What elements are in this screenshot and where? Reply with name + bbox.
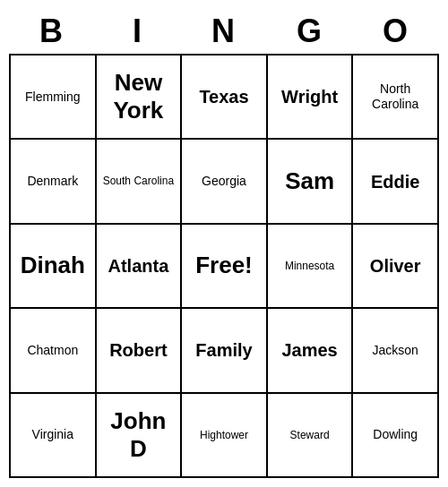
cell-text-r2-c2: Free! [195, 252, 253, 279]
cell-text-r4-c1: John D [100, 407, 177, 463]
cell-r3-c2: Family [182, 309, 268, 393]
cell-text-r3-c2: Family [195, 339, 252, 361]
cell-text-r0-c4: North Carolina [357, 81, 434, 112]
header-letter-n: N [181, 9, 267, 54]
cell-text-r0-c3: Wright [281, 86, 338, 107]
header-letter-i: I [95, 9, 181, 54]
cell-text-r3-c1: Robert [109, 339, 167, 361]
cell-text-r1-c0: Denmark [27, 174, 78, 189]
cell-text-r4-c2: Hightower [200, 429, 248, 441]
cell-r2-c2: Free! [182, 225, 268, 309]
cell-text-r4-c3: Steward [290, 429, 330, 441]
cell-r4-c4: Dowling [353, 394, 439, 478]
cell-r0-c2: Texas [182, 56, 268, 140]
cell-text-r0-c0: Flemming [25, 90, 80, 105]
cell-text-r2-c4: Oliver [370, 255, 421, 277]
cell-text-r3-c0: Chatmon [27, 343, 78, 358]
cell-r1-c2: Georgia [182, 140, 268, 224]
cell-text-r1-c2: Georgia [202, 174, 246, 189]
cell-text-r1-c4: Eddie [371, 171, 419, 192]
cell-r3-c3: James [268, 309, 354, 393]
cell-r1-c4: Eddie [353, 140, 439, 224]
cell-text-r1-c3: Sam [285, 167, 334, 195]
cell-r3-c4: Jackson [353, 309, 439, 393]
cell-r0-c1: New York [97, 56, 183, 140]
cell-text-r2-c1: Atlanta [108, 255, 168, 277]
cell-r3-c0: Chatmon [11, 309, 97, 393]
bingo-header: BINGO [9, 9, 439, 54]
cell-text-r1-c1: South Carolina [103, 175, 174, 187]
cell-r1-c1: South Carolina [97, 140, 183, 224]
cell-r2-c3: Minnesota [268, 225, 354, 309]
cell-text-r4-c0: Virginia [32, 427, 73, 442]
cell-text-r2-c3: Minnesota [285, 260, 334, 272]
cell-r2-c1: Atlanta [97, 225, 183, 309]
bingo-card: BINGO FlemmingNew YorkTexasWrightNorth C… [9, 9, 439, 478]
cell-text-r3-c3: James [281, 339, 337, 361]
cell-r4-c1: John D [97, 394, 183, 478]
cell-text-r4-c4: Dowling [373, 427, 418, 442]
cell-r4-c2: Hightower [182, 394, 268, 478]
cell-text-r0-c2: Texas [199, 86, 248, 107]
cell-r3-c1: Robert [97, 309, 183, 393]
cell-r0-c3: Wright [268, 56, 354, 140]
cell-r2-c0: Dinah [11, 225, 97, 309]
cell-r1-c3: Sam [268, 140, 354, 224]
header-letter-b: B [9, 9, 95, 54]
cell-r1-c0: Denmark [11, 140, 97, 224]
bingo-grid: FlemmingNew YorkTexasWrightNorth Carolin… [9, 54, 439, 478]
cell-text-r3-c4: Jackson [373, 343, 418, 358]
cell-r0-c0: Flemming [11, 56, 97, 140]
cell-text-r2-c0: Dinah [21, 252, 85, 279]
cell-r0-c4: North Carolina [353, 56, 439, 140]
header-letter-g: G [267, 9, 353, 54]
cell-r2-c4: Oliver [353, 225, 439, 309]
cell-r4-c3: Steward [268, 394, 354, 478]
cell-text-r0-c1: New York [100, 69, 177, 124]
header-letter-o: O [353, 9, 439, 54]
cell-r4-c0: Virginia [11, 394, 97, 478]
